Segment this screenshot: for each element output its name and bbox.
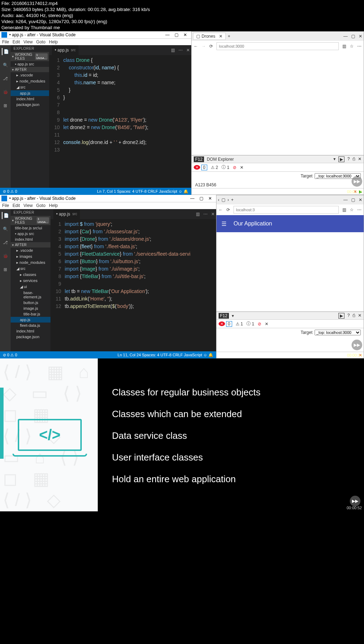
working-files-header[interactable]: WORKING FILES 1 UNSA... [11,52,49,61]
address-bar[interactable]: localhost:3 [234,206,339,214]
working-file[interactable]: • app.js src [11,61,49,67]
info-count[interactable]: 1 [227,165,229,170]
dropdown-icon[interactable]: ▾ [333,156,336,162]
warning-count[interactable]: 1 [241,321,243,326]
help-icon[interactable]: ? [347,156,350,162]
code-editor[interactable]: 123456789101112 import $ from 'jquery';i… [50,219,216,351]
menu-help[interactable]: Help [49,203,58,208]
maximize-button[interactable]: ▢ [175,32,178,37]
back-button[interactable]: ← [194,44,198,49]
tree-item[interactable]: app.js [11,317,50,323]
tree-item[interactable]: ◢ ui [11,284,50,290]
search-icon[interactable]: 🔍 [2,62,9,69]
tree-item[interactable]: package.json [11,334,50,340]
more-icon[interactable]: ⋯ [178,48,183,53]
tree-item[interactable]: ▸ .vscode [11,72,49,78]
menu-edit[interactable]: Edit [12,203,20,208]
tree-item[interactable]: package.json [11,102,49,107]
more-icon[interactable]: ⋯ [357,44,362,49]
maximize-button[interactable]: ▢ [351,197,355,202]
tree-item[interactable]: ▸ services [11,278,50,284]
tree-item[interactable]: ▸ node_modules [11,260,50,266]
reading-view-icon[interactable]: ▥ [342,207,346,212]
debugger-icon[interactable]: ▶ [338,156,344,162]
menu-file[interactable]: File [2,203,9,208]
tree-item[interactable]: index.html [11,96,49,102]
favorite-icon[interactable]: ☆ [350,207,354,212]
maximize-button[interactable]: ▢ [199,196,203,201]
dropdown-icon[interactable]: ▾ [232,313,234,318]
new-tab-button[interactable]: + [228,34,230,39]
close-button[interactable]: ✕ [359,34,362,39]
menu-goto[interactable]: Goto [36,39,46,44]
unpin-icon[interactable]: ⎙ [353,156,355,162]
console-expand-icon[interactable]: › [193,189,194,194]
back-button[interactable]: ← [219,207,223,212]
tree-item[interactable]: app.js [11,90,49,96]
working-file[interactable]: title-bar.js src\ui [11,225,50,231]
split-editor-icon[interactable]: ▥ [171,48,175,53]
back-button[interactable]: ‹ [218,197,219,202]
working-file[interactable]: index.html [11,236,50,242]
hamburger-icon[interactable]: ☰ [221,220,226,227]
new-tab-button[interactable]: + [231,197,234,202]
editor-tab-appjs[interactable]: • app.jssrc [53,209,80,219]
close-devtools-icon[interactable]: ✕ [358,313,362,319]
close-tab-icon[interactable]: ✕ [186,48,190,53]
menu-view[interactable]: View [23,203,33,208]
tree-item[interactable]: ◢ src [11,84,49,90]
git-icon[interactable]: ⎇ [2,75,9,82]
menu-view[interactable]: View [23,39,33,44]
favorite-icon[interactable]: ☆ [350,44,354,49]
clear-icon[interactable]: ⊘ [233,165,236,170]
menu-help[interactable]: Help [49,39,58,44]
extensions-icon[interactable]: ⊞ [2,266,9,273]
minimize-button[interactable]: — [343,197,348,202]
console-expand-icon[interactable]: › [218,353,219,358]
maximize-button[interactable]: ▢ [351,34,355,39]
more-icon[interactable]: ⋯ [357,207,362,212]
close-button[interactable]: ✕ [208,196,212,201]
close-button[interactable]: ✕ [183,32,187,37]
unpin-icon[interactable]: ⎙ [353,313,355,319]
close-tab-icon[interactable]: ✕ [219,34,223,39]
tree-item[interactable]: button.js [11,300,50,305]
tree-item[interactable]: ▸ images [11,254,50,260]
help-icon[interactable]: ? [347,313,350,319]
minimize-button[interactable]: — [343,34,348,39]
tree-item[interactable]: ▸ classes [11,272,50,278]
refresh-button[interactable]: ⟳ [209,44,213,49]
close-tab-icon[interactable]: ✕ [211,212,215,217]
tree-item[interactable]: title-bar.js [11,311,50,317]
forward-button[interactable]: → [202,44,206,49]
debug-icon[interactable]: 🐞 [2,89,9,96]
tree-item[interactable]: base-element.js [11,290,50,300]
git-icon[interactable]: ⎇ [2,239,9,246]
extensions-icon[interactable]: ⊞ [2,102,9,109]
debug-icon[interactable]: 🐞 [2,252,9,260]
debugger-icon[interactable]: ▶ [338,313,344,319]
split-editor-icon[interactable]: ▥ [196,212,200,217]
dom-explorer-tab[interactable]: DOM Explorer [207,157,234,162]
error-count[interactable]: 0 [226,321,232,327]
close-devtools-icon[interactable]: ✕ [358,156,362,162]
working-files-header[interactable]: WORKING FILES 1 UNSA... [11,216,50,225]
address-bar[interactable]: localhost:3000 [216,42,339,50]
close-button[interactable]: ✕ [359,197,362,202]
info-count[interactable]: 1 [252,321,254,326]
tree-item[interactable]: ▸ .vscode [11,248,50,254]
forward-button[interactable]: › [228,197,229,202]
working-file[interactable]: • app.js src [11,231,50,236]
tree-item[interactable]: ▸ node_modules [11,78,49,84]
folder-root[interactable]: AFTER [11,67,49,72]
tree-item[interactable]: fleet-data.js [11,323,50,328]
close-pane-icon[interactable]: ✕ [265,321,268,326]
menu-file[interactable]: File [2,39,9,44]
tree-item[interactable]: index.html [11,328,50,334]
refresh-button[interactable]: ⟳ [226,207,230,212]
clear-icon[interactable]: ⊘ [258,321,261,326]
folder-root[interactable]: AFTER [11,242,50,248]
reading-view-icon[interactable]: ▥ [342,44,346,49]
target-select[interactable]: _top: localhost:3000 [315,330,361,335]
tree-item[interactable]: ◢ src [11,266,50,272]
